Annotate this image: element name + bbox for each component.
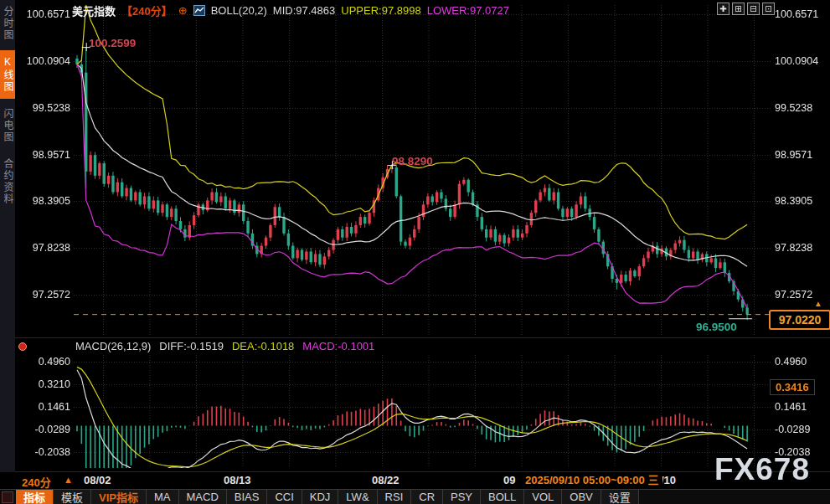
sidebar-tab-4[interactable]: 合约资料 [0,152,15,211]
pane-up-icon[interactable]: ⊞ [732,3,745,15]
macd-axis-label-right: -0.0289 [775,423,828,436]
sidebar-tab-2[interactable]: K线图 [0,50,15,99]
macd-axis-label-left: -0.0289 [15,423,70,436]
chart-tool-icons: ✚⊞⊟⊡ [717,3,775,15]
toolbar-item-OBV[interactable]: OBV [562,490,601,504]
toolbar-item-BIAS[interactable]: BIAS [227,490,268,504]
macd-axis-label-right: 0.4960 [775,355,828,368]
toolbar-item-VOL[interactable]: VOL [524,490,562,504]
macd-axis-label-left: 0.4960 [15,355,70,368]
toolbar-item-MACD[interactable]: MACD [179,490,227,504]
last-price-box: 97.0220 [769,310,830,330]
indicator-dot-icon[interactable] [18,342,27,351]
xtick-0822: 08/22 [372,474,400,486]
price-up-arrow-icon: ▲ [814,299,822,308]
macd-header: MACD(26,12,9) DIFF:-0.1519 DEA:-0.1018 M… [75,340,374,352]
toolbar-item-VIP指标[interactable]: VIP指标 [91,490,147,504]
xtick-0802: 08/02 [84,474,111,486]
price-axis-label-left: 98.3905 [15,194,70,208]
sidebar-tab-3[interactable]: 闪电图 [0,102,15,149]
macd-axis-label-left: 0.3210 [15,378,70,391]
toolbar-item-模板[interactable]: 模板 [54,490,91,504]
session-tooltip: 2025/09/10 05:00~09:00 三 [521,472,662,488]
toolbar-mini-icon[interactable] [2,491,13,503]
price-axis-label-right: 100.6571 [775,8,828,21]
toolbar-item-CR[interactable]: CR [411,490,443,504]
boll-lower-value: LOWER:97.0727 [427,4,509,17]
macd-axis-label-right: 0.1461 [775,400,828,414]
toolbar-item-PSY[interactable]: PSY [443,490,481,504]
bottom-toolbar: 指标模板VIP指标MAMACDBIASCCIKDJLW&RSICRPSYBOLL… [0,489,830,504]
peak-annotation: 98.8290 [392,155,433,167]
boll-label: BOLL(20,2) [211,4,267,17]
chart-type-icon[interactable] [193,5,205,16]
macd-axis-label-right: -0.2038 [775,445,828,459]
macd-axis-label-left: 0.1461 [15,400,70,414]
move-icon[interactable]: ✚ [717,3,729,15]
toolbar-item-CCI[interactable]: CCI [267,490,302,504]
xaxis-strip: 240分 ▲ 08/02 08/13 08/22 09 /10 2025/09/… [0,472,830,489]
sidebar-tab-1[interactable]: 分时图 [0,0,15,47]
toolbar-item-LW&[interactable]: LW& [338,490,377,504]
macd-macd-value: MACD:-0.1001 [302,340,374,352]
price-axis-label-right: 98.9571 [775,148,828,162]
toolbar-item-BOLL[interactable]: BOLL [481,490,524,504]
price-axis-label-left: 97.8238 [15,241,70,255]
low-annotation: 96.9500 [696,321,737,333]
boll-upper-value: UPPER:97.8998 [341,4,420,17]
macd-axis-label-left: -0.2038 [15,445,70,459]
macd-axis-value-box: 0.3416 [770,379,815,395]
macd-dea-value: DEA:-0.1018 [232,340,294,352]
pane-down-icon[interactable]: ⊟ [747,3,760,15]
period-arrow-icon[interactable]: ▲ [64,475,73,485]
toolbar-item-KDJ[interactable]: KDJ [302,490,339,504]
macd-diff-value: DIFF:-0.1519 [159,340,224,352]
expand-icon[interactable]: ⊡ [762,3,775,15]
kline-chart-canvas[interactable] [0,0,830,504]
xtick-09: 09 [503,474,515,486]
toolbar-item-RSI[interactable]: RSI [378,490,412,504]
boll-mid-value: MID:97.4863 [273,4,335,17]
toolbar-item-MA[interactable]: MA [147,490,179,504]
high-annotation: 100.2599 [89,37,136,49]
price-axis-label-right: 97.8238 [775,241,828,255]
price-axis-label-right: 99.5238 [775,101,828,115]
xtick-0813: 08/13 [224,474,251,486]
left-sidebar: 分时图K线图闪电图合约资料 [0,0,15,473]
price-axis-label-left: 97.2572 [15,288,70,301]
period-badge: 【240分】 [121,3,173,18]
toolbar-item-设置[interactable]: 设置 [601,490,639,504]
price-axis-label-left: 100.6571 [15,8,70,21]
symbol-name: 美元指数 [72,3,116,18]
period-selector[interactable]: 240分 [22,474,51,490]
macd-title: MACD(26,12,9) [75,340,151,352]
price-axis-label-left: 99.5238 [15,101,70,115]
price-axis-label-left: 100.0904 [15,54,70,68]
price-axis-label-right: 100.0904 [775,54,828,68]
price-axis-label-right: 98.3905 [775,194,828,208]
price-axis-label-left: 98.9571 [15,148,70,162]
toolbar-item-指标[interactable]: 指标 [16,490,54,504]
xtick-10: /10 [661,474,676,486]
link-icon[interactable]: ⊕ [178,4,188,17]
chart-header: 美元指数 【240分】 ⊕ BOLL(20,2) MID:97.4863 UPP… [72,3,509,18]
